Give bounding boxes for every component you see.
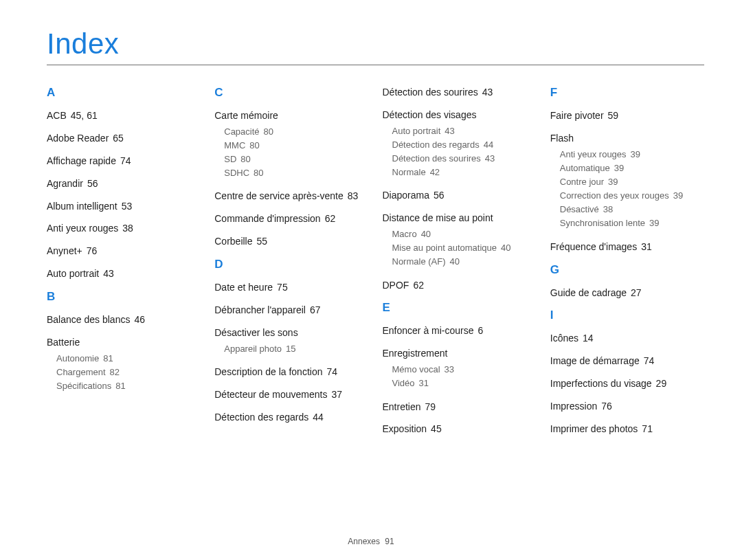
index-subentry[interactable]: Anti yeux rouges39 xyxy=(560,148,704,161)
index-entry[interactable]: Imperfections du visage29 xyxy=(550,377,704,390)
subentry-label: Autonomie xyxy=(56,353,99,363)
index-entry[interactable]: Affichage rapide74 xyxy=(47,155,201,168)
index-subentry[interactable]: Autonomie81 xyxy=(56,352,201,366)
footer-page-number: 91 xyxy=(385,537,394,546)
index-subentry[interactable]: Capacité80 xyxy=(224,125,368,139)
index-subentry[interactable]: Synchronisation lente39 xyxy=(560,216,704,230)
index-subentry[interactable]: Normale (AF)40 xyxy=(392,255,537,269)
index-column: FFaire pivoter59FlashAnti yeux rouges39A… xyxy=(550,86,704,445)
subentry-pages: 43 xyxy=(485,153,495,164)
entry-pages: 75 xyxy=(277,282,288,293)
subentry-pages: 39 xyxy=(608,177,618,187)
index-subentry[interactable]: Mémo vocal33 xyxy=(392,363,537,377)
entry-label: Détection des regards xyxy=(214,412,308,423)
subentry-label: Automatique xyxy=(560,163,610,173)
entry-pages: 71 xyxy=(642,423,653,434)
index-entry[interactable]: Détection des sourires43 xyxy=(383,86,537,99)
index-subentry[interactable]: Auto portrait43 xyxy=(392,124,537,138)
index-subentry[interactable]: Désactivé38 xyxy=(560,203,704,216)
index-entry[interactable]: Fréquence d'images31 xyxy=(550,240,704,254)
entry-pages: 76 xyxy=(601,401,612,412)
subentry-pages: 15 xyxy=(286,344,295,354)
index-subentries: Capacité80MMC80SD80SDHC80 xyxy=(224,125,368,181)
index-entry[interactable]: Balance des blancs46 xyxy=(47,313,201,326)
index-subentry[interactable]: SD80 xyxy=(224,153,368,166)
subentry-pages: 81 xyxy=(103,353,113,363)
index-column: CCarte mémoireCapacité80MMC80SD80SDHC80C… xyxy=(214,86,368,445)
index-subentry[interactable]: Automatique39 xyxy=(560,161,704,175)
index-subentry[interactable]: SDHC80 xyxy=(224,166,368,180)
index-entry[interactable]: Distance de mise au point xyxy=(383,212,537,225)
index-subentry[interactable]: Détection des regards44 xyxy=(392,138,537,152)
index-entry[interactable]: Anynet+76 xyxy=(47,245,201,258)
index-entry[interactable]: Commande d'impression62 xyxy=(214,212,368,225)
title-rule xyxy=(47,65,704,65)
entry-label: Distance de mise au point xyxy=(383,212,493,223)
index-entry[interactable]: Imprimer des photos71 xyxy=(550,423,704,436)
index-entry[interactable]: Album intelligent53 xyxy=(47,200,201,213)
index-letter: A xyxy=(47,86,201,100)
subentry-pages: 39 xyxy=(631,149,640,159)
index-subentry[interactable]: Appareil photo15 xyxy=(224,342,368,356)
subentry-label: Vidéo xyxy=(392,378,415,388)
index-entry[interactable]: Détecteur de mouvements37 xyxy=(214,388,368,401)
entry-pages: 38 xyxy=(122,223,133,234)
index-entry[interactable]: Guide de cadrage27 xyxy=(550,287,704,300)
index-entry[interactable]: Impression76 xyxy=(550,400,704,413)
index-entry[interactable]: Enfoncer à mi-course6 xyxy=(383,324,537,337)
index-subentry[interactable]: Macro40 xyxy=(392,227,537,241)
index-entry[interactable]: Flash xyxy=(550,132,704,145)
index-subentry[interactable]: Correction des yeux rouges39 xyxy=(560,189,704,203)
index-entry[interactable]: Adobe Reader65 xyxy=(47,132,201,145)
index-entry[interactable]: Détection des regards44 xyxy=(214,411,368,424)
index-entry[interactable]: Centre de service après-vente83 xyxy=(214,190,368,203)
entry-label: Batterie xyxy=(47,337,80,348)
subentry-pages: 80 xyxy=(240,154,250,164)
entry-label: DPOF xyxy=(383,280,409,291)
index-entry[interactable]: Agrandir56 xyxy=(47,177,201,190)
entry-label: Carte mémoire xyxy=(214,110,278,121)
index-subentry[interactable]: Détection des sourires43 xyxy=(392,152,537,166)
index-entry[interactable]: Exposition45 xyxy=(383,423,537,436)
index-subentries: Mémo vocal33Vidéo31 xyxy=(392,363,537,390)
index-entry[interactable]: Anti yeux rouges38 xyxy=(47,222,201,235)
index-letter: C xyxy=(214,86,368,100)
index-entry[interactable]: Corbeille55 xyxy=(214,235,368,248)
index-entry[interactable]: Faire pivoter59 xyxy=(550,109,704,122)
index-subentry[interactable]: Contre jour39 xyxy=(560,175,704,189)
index-subentry[interactable]: Vidéo31 xyxy=(392,377,537,390)
index-subentry[interactable]: Normale42 xyxy=(392,166,537,179)
subentry-label: MMC xyxy=(224,140,245,150)
index-entry[interactable]: Entretien79 xyxy=(383,401,537,414)
index-entry[interactable]: Icônes14 xyxy=(550,332,704,345)
index-subentry[interactable]: MMC80 xyxy=(224,139,368,153)
entry-label: Enfoncer à mi-course xyxy=(383,325,474,336)
index-entry[interactable]: Débrancher l'appareil67 xyxy=(214,304,368,317)
index-entry[interactable]: Diaporama56 xyxy=(383,189,537,202)
index-entry[interactable]: Détection des visages xyxy=(383,109,537,122)
entry-pages: 45 xyxy=(431,423,442,434)
index-entry[interactable]: ACB45, 61 xyxy=(47,109,201,122)
index-subentry[interactable]: Mise au point automatique40 xyxy=(392,241,537,255)
subentry-pages: 39 xyxy=(649,218,659,228)
index-entry[interactable]: Désactiver les sons xyxy=(214,326,368,339)
entry-pages: 79 xyxy=(425,401,436,412)
index-entry[interactable]: Image de démarrage74 xyxy=(550,355,704,368)
index-entry[interactable]: Auto portrait43 xyxy=(47,267,201,280)
index-entry[interactable]: Enregistrement xyxy=(383,347,537,360)
footer-section: Annexes xyxy=(348,537,380,546)
index-column: AACB45, 61Adobe Reader65Affichage rapide… xyxy=(47,86,201,445)
index-entry[interactable]: Batterie xyxy=(47,336,201,349)
entry-pages: 44 xyxy=(313,412,324,423)
subentry-pages: 80 xyxy=(254,168,263,178)
index-subentry[interactable]: Chargement82 xyxy=(56,366,201,379)
index-subentry[interactable]: Spécifications81 xyxy=(56,379,201,393)
entry-label: Enregistrement xyxy=(383,348,448,359)
entry-label: Guide de cadrage xyxy=(550,287,627,298)
index-entry[interactable]: Description de la fonction74 xyxy=(214,366,368,379)
index-entry[interactable]: DPOF62 xyxy=(383,279,537,292)
index-entry[interactable]: Date et heure75 xyxy=(214,281,368,294)
index-entry[interactable]: Carte mémoire xyxy=(214,109,368,122)
subentry-label: Mise au point automatique xyxy=(392,243,497,253)
entry-label: Centre de service après-vente xyxy=(214,190,344,201)
